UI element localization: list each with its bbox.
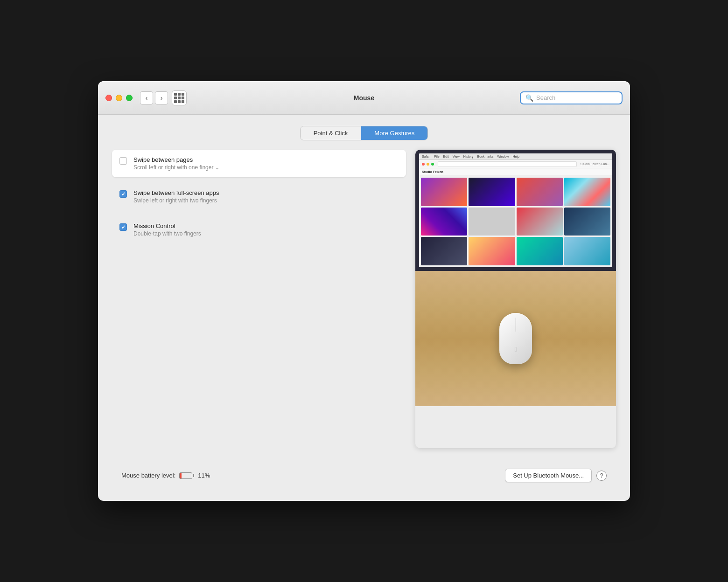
window-title: Mouse	[354, 94, 374, 102]
bluetooth-setup-button[interactable]: Set Up Bluetooth Mouse...	[505, 469, 592, 482]
url-bar	[438, 161, 577, 167]
search-box[interactable]: 🔍	[520, 91, 623, 104]
tab-point-click[interactable]: Point & Click	[301, 126, 362, 140]
setting-mission-control: ✓ Mission Control Double-tap with two fi…	[112, 216, 406, 243]
battery-label: Mouse battery level:	[121, 472, 175, 479]
setting-title-swipe-pages: Swipe between pages	[133, 156, 399, 163]
site-title: Studio Feixen	[422, 170, 443, 173]
fake-browser: Studio Feixen Lab... Studio Feixen	[419, 160, 612, 267]
main-area: Swipe between pages Scroll left or right…	[112, 150, 616, 448]
thumb-7	[517, 208, 563, 236]
bottom-right: Set Up Bluetooth Mouse... ?	[505, 469, 607, 482]
magic-mouse: 	[499, 313, 532, 364]
site-header: Studio Feixen	[419, 168, 612, 176]
tab-more-gestures[interactable]: More Gestures	[361, 126, 427, 140]
battery-section: Mouse battery level: 11%	[121, 472, 210, 479]
thumb-11	[517, 237, 563, 265]
thumb-3	[517, 178, 563, 206]
checkbox-swipe-apps[interactable]: ✓	[119, 190, 127, 198]
fake-menubar: SafariFileEditView HistoryBookmarksWindo…	[419, 153, 612, 160]
apple-logo-icon: 	[514, 346, 517, 353]
mouse-preview-area: 	[415, 271, 616, 406]
battery-icon	[179, 472, 194, 479]
battery-percentage: 11%	[198, 472, 210, 479]
mac-screen-inner: SafariFileEditView HistoryBookmarksWindo…	[419, 153, 612, 267]
fake-browser-bar: Studio Feixen Lab...	[419, 160, 612, 168]
setting-text-swipe-apps: Swipe between full-screen apps Swipe lef…	[133, 189, 399, 204]
dot-2	[427, 163, 429, 166]
thumb-2	[469, 178, 515, 206]
system-preferences-window: ‹ › Mouse 🔍 Point & Click More Gestu	[98, 81, 630, 501]
checkmark-icon-mc: ✓	[121, 224, 126, 230]
tab-label: Studio Feixen Lab...	[581, 162, 609, 166]
setting-title-mission-control: Mission Control	[133, 222, 399, 229]
setting-desc-swipe-pages: Scroll left or right with one finger ⌄	[133, 164, 399, 171]
bottom-bar: Mouse battery level: 11% Set Up Bluetoot…	[112, 461, 616, 490]
setting-desc-swipe-apps: Swipe left or right with two fingers	[133, 197, 399, 204]
nav-buttons: ‹ ›	[140, 91, 168, 104]
search-input[interactable]	[536, 94, 617, 101]
thumb-4	[564, 178, 610, 206]
thumb-9	[421, 237, 467, 265]
checkbox-mission-control[interactable]: ✓	[119, 223, 127, 231]
thumb-5	[421, 208, 467, 236]
dot-1	[422, 163, 425, 166]
thumb-1	[421, 178, 467, 206]
battery-body	[179, 472, 192, 479]
grid-icon	[174, 93, 184, 103]
setting-desc-mission-control: Double-tap with two fingers	[133, 230, 399, 237]
content-area: Point & Click More Gestures Swipe betwee…	[98, 115, 630, 501]
preview-panel: SafariFileEditView HistoryBookmarksWindo…	[415, 150, 616, 448]
close-button[interactable]	[105, 95, 112, 101]
back-button[interactable]: ‹	[140, 91, 153, 104]
battery-tip	[193, 474, 194, 477]
setting-swipe-pages: Swipe between pages Scroll left or right…	[112, 150, 406, 177]
thumb-6	[469, 208, 515, 236]
tabs-container: Point & Click More Gestures	[300, 126, 428, 140]
minimize-button[interactable]	[116, 95, 122, 101]
forward-button[interactable]: ›	[155, 91, 168, 104]
traffic-lights	[105, 95, 133, 101]
thumb-12	[564, 237, 610, 265]
checkmark-icon: ✓	[121, 191, 126, 197]
setting-text-swipe-pages: Swipe between pages Scroll left or right…	[133, 156, 399, 171]
dot-3	[431, 163, 434, 166]
setting-swipe-apps: ✓ Swipe between full-screen apps Swipe l…	[112, 183, 406, 210]
settings-panel: Swipe between pages Scroll left or right…	[112, 150, 406, 448]
search-icon: 🔍	[525, 94, 533, 102]
grid-view-button[interactable]	[172, 90, 187, 105]
titlebar: ‹ › Mouse 🔍	[98, 81, 630, 115]
tabs-row: Point & Click More Gestures	[112, 126, 616, 140]
setting-title-swipe-apps: Swipe between full-screen apps	[133, 189, 399, 196]
checkbox-swipe-pages[interactable]	[119, 157, 127, 165]
fake-gallery	[419, 176, 612, 267]
preview-screen: SafariFileEditView HistoryBookmarksWindo…	[415, 150, 616, 271]
thumb-10	[469, 237, 515, 265]
setting-text-mission-control: Mission Control Double-tap with two fing…	[133, 222, 399, 237]
battery-fill	[180, 473, 182, 478]
thumb-8	[564, 208, 610, 236]
chevron-icon: ⌄	[215, 165, 219, 171]
maximize-button[interactable]	[126, 95, 133, 101]
help-button[interactable]: ?	[596, 471, 607, 481]
